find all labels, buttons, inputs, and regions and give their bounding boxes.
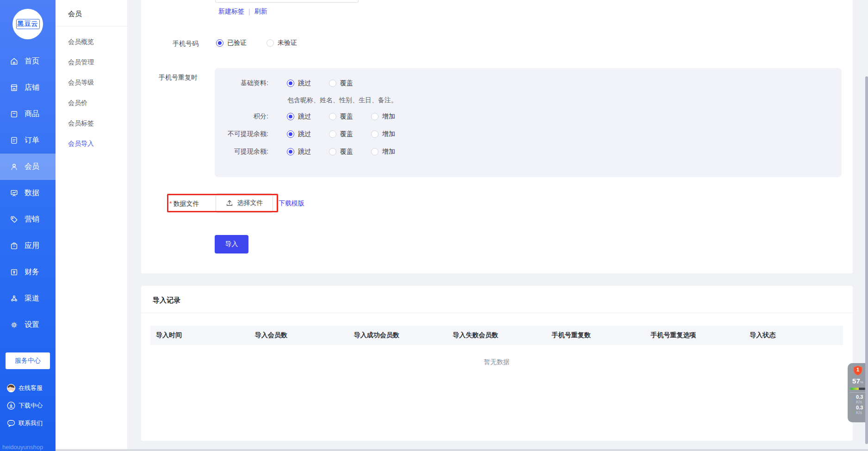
option-skip[interactable]: 跳过 (287, 79, 311, 87)
up-arrow-icon: ↑ (853, 397, 856, 402)
radio-label: 增加 (382, 148, 395, 156)
channel-icon (10, 294, 19, 303)
chat-icon (7, 419, 15, 427)
option-add[interactable]: 增加 (371, 112, 395, 121)
secondary-sidebar: 会员 会员概览 会员管理 会员等级 会员价 会员标签 会员导入 (56, 0, 127, 451)
duplicate-row-locked-balance: 不可提现余额: 跳过 覆盖 增加 (215, 130, 413, 138)
subnav-item-member-price[interactable]: 会员价 (68, 93, 94, 113)
subnav-item-member-overview[interactable]: 会员概览 (68, 31, 94, 52)
radio-label: 覆盖 (340, 148, 353, 156)
avatar-icon (7, 384, 15, 392)
usage-bar (850, 388, 865, 390)
subnav-item-member-manage[interactable]: 会员管理 (68, 52, 94, 72)
radio-unchecked[interactable] (329, 130, 336, 138)
radio-checked[interactable] (287, 130, 294, 138)
radio-label: 跳过 (298, 148, 311, 156)
sidebar-item-settings[interactable]: 设置 (0, 312, 56, 338)
radio-unchecked[interactable] (329, 80, 336, 87)
import-button-label: 导入 (225, 240, 238, 248)
option-skip[interactable]: 跳过 (287, 130, 311, 138)
brand-logo[interactable]: 黑豆云 (12, 9, 43, 39)
sidebar-item-data[interactable]: 数据 (0, 180, 56, 206)
radio-checked[interactable] (287, 148, 294, 155)
radio-label: 增加 (382, 130, 395, 138)
column-fail-count: 导入失败会员数 (447, 331, 546, 340)
sidebar-item-apps[interactable]: 应用 (0, 233, 56, 259)
radio-unchecked[interactable] (371, 113, 378, 120)
upload-speed-value: 0.3 (856, 395, 863, 400)
option-skip[interactable]: 跳过 (287, 112, 311, 121)
marketing-icon (10, 215, 19, 224)
radio-label: 增加 (382, 112, 395, 121)
shop-icon (10, 83, 19, 92)
option-overwrite[interactable]: 覆盖 (329, 112, 353, 121)
vertical-scrollbar-thumb[interactable] (865, 76, 868, 444)
option-add[interactable]: 增加 (371, 148, 395, 156)
sidebar-item-label: 财务 (25, 267, 39, 277)
radio-label: 覆盖 (340, 112, 353, 121)
radio-unchecked[interactable] (329, 148, 336, 155)
option-overwrite[interactable]: 覆盖 (329, 79, 353, 87)
option-overwrite[interactable]: 覆盖 (329, 130, 353, 138)
radio-unchecked[interactable] (329, 113, 336, 120)
import-button[interactable]: 导入 (215, 235, 248, 253)
phone-option-verified[interactable]: 已验证 (216, 39, 247, 47)
option-add[interactable]: 增加 (371, 130, 395, 138)
create-tag-link[interactable]: 新建标签 (218, 7, 244, 16)
radio-label: 已验证 (227, 39, 247, 47)
online-service-link[interactable]: 在线客服 (7, 379, 56, 397)
basic-info-note: 包含昵称、姓名、性别、生日、备注。 (287, 96, 397, 105)
sidebar-item-home[interactable]: 首页 (0, 48, 56, 74)
sidebar-item-finance[interactable]: 财务 (0, 259, 56, 285)
support-links: 在线客服 下载中心 联系我们 (7, 379, 56, 432)
empty-state-text: 暂无数据 (150, 358, 843, 366)
page: 黑豆云 首页 店铺 商品 订单 会员 (0, 0, 868, 451)
radio-label: 覆盖 (340, 79, 353, 87)
radio-unchecked[interactable] (371, 130, 378, 138)
sidebar-item-members[interactable]: 会员 (0, 154, 56, 180)
finance-icon (10, 268, 19, 277)
refresh-link[interactable]: 刷新 (254, 7, 267, 16)
download-speed: ↓ 0.3K/s (853, 405, 863, 415)
option-skip[interactable]: 跳过 (287, 148, 311, 156)
download-center-link[interactable]: 下载中心 (7, 397, 56, 414)
tag-select-input[interactable] (215, 0, 359, 3)
sidebar-item-label: 会员 (25, 162, 39, 172)
subnav-items: 会员概览 会员管理 会员等级 会员价 会员标签 会员导入 (68, 31, 94, 154)
apps-icon (10, 241, 19, 250)
annotation-highlight-box (167, 194, 278, 212)
watermark-text: heidouyunshop (2, 444, 43, 451)
row-label: 不可提现余额: (215, 130, 268, 138)
radio-checked[interactable] (287, 113, 294, 120)
phone-option-unverified[interactable]: 未验证 (267, 39, 297, 47)
subnav-item-member-tags[interactable]: 会员标签 (68, 113, 94, 133)
subnav-item-member-import[interactable]: 会员导入 (68, 133, 94, 154)
primary-nav: 首页 店铺 商品 订单 会员 数据 (0, 48, 56, 338)
subnav-item-member-level[interactable]: 会员等级 (68, 72, 94, 93)
shield-badge-icon: 1 (853, 365, 862, 376)
sidebar-item-label: 商品 (25, 109, 39, 119)
service-center-button[interactable]: 服务中心 (6, 352, 50, 369)
import-records-card: 导入记录 导入时间 导入会员数 导入成功会员数 导入失败会员数 手机号重复数 手… (141, 286, 853, 441)
sidebar-item-orders[interactable]: 订单 (0, 127, 56, 154)
sidebar-item-shop[interactable]: 店铺 (0, 74, 56, 101)
sidebar-item-channel[interactable]: 渠道 (0, 285, 56, 312)
contact-us-link[interactable]: 联系我们 (7, 414, 56, 432)
download-template-link[interactable]: 下载模版 (279, 199, 304, 208)
column-duplicate-count: 手机号重复数 (546, 331, 645, 340)
radio-checked[interactable] (216, 39, 223, 47)
records-divider (141, 313, 853, 313)
sidebar-item-marketing[interactable]: 营销 (0, 206, 56, 233)
radio-unchecked[interactable] (267, 39, 274, 47)
phone-radio-group: 已验证 未验证 (216, 39, 297, 47)
radio-label: 跳过 (298, 112, 311, 121)
column-import-time: 导入时间 (150, 331, 249, 340)
radio-unchecked[interactable] (371, 148, 378, 155)
radio-label: 覆盖 (340, 130, 353, 138)
radio-checked[interactable] (287, 80, 294, 87)
horizontal-scrollbar-track[interactable] (56, 449, 868, 451)
option-overwrite[interactable]: 覆盖 (329, 148, 353, 156)
sidebar-item-goods[interactable]: 商品 (0, 101, 56, 127)
upload-speed-unit: K/s (856, 400, 862, 405)
download-icon (7, 402, 15, 410)
